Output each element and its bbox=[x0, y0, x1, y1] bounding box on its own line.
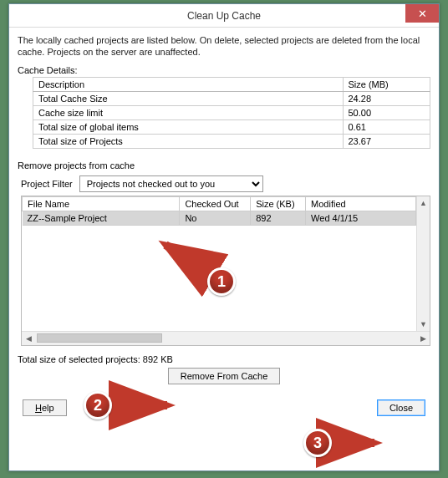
help-button[interactable]: Help bbox=[23, 399, 67, 416]
table-row: Cache size limit 50.00 bbox=[33, 105, 430, 120]
table-row: Total size of Projects 23.67 bbox=[33, 134, 430, 148]
cell-file-name: ZZ--Sample Project bbox=[23, 211, 180, 225]
horizontal-scrollbar[interactable]: ◀ ▶ bbox=[22, 331, 430, 345]
project-filter-label: Project Filter bbox=[21, 179, 73, 189]
remove-section-label: Remove projects from cache bbox=[18, 160, 430, 170]
scroll-right-icon: ▶ bbox=[416, 334, 430, 343]
table-row: Total Cache Size 24.28 bbox=[33, 91, 430, 105]
total-selected-line: Total size of selected projects: 892 KB bbox=[18, 354, 430, 364]
cell-checked-out: No bbox=[180, 211, 251, 225]
intro-text: The locally cached projects are listed b… bbox=[18, 34, 430, 58]
projects-list[interactable]: File Name Checked Out Size (KB) Modified… bbox=[21, 196, 430, 346]
cache-details-table: Description Size (MB) Total Cache Size 2… bbox=[33, 77, 430, 149]
clean-up-cache-dialog: Clean Up Cache ✕ The locally cached proj… bbox=[8, 3, 440, 471]
project-row[interactable]: ZZ--Sample Project No 892 Wed 4/1/15 bbox=[23, 211, 416, 225]
col-modified[interactable]: Modified bbox=[306, 196, 416, 211]
scroll-up-icon: ▲ bbox=[417, 196, 430, 210]
window-title: Clean Up Cache bbox=[187, 10, 261, 22]
table-row: Total size of global items 0.61 bbox=[33, 120, 430, 134]
titlebar: Clean Up Cache ✕ bbox=[9, 4, 439, 28]
col-file-name[interactable]: File Name bbox=[23, 196, 180, 211]
col-checked-out[interactable]: Checked Out bbox=[180, 196, 251, 211]
col-size-kb[interactable]: Size (KB) bbox=[251, 196, 306, 211]
close-icon: ✕ bbox=[418, 8, 427, 20]
cell-modified: Wed 4/1/15 bbox=[306, 211, 416, 225]
remove-from-cache-button[interactable]: Remove From Cache bbox=[168, 368, 281, 384]
vertical-scrollbar[interactable]: ▲ ▼ bbox=[416, 196, 430, 331]
scroll-down-icon: ▼ bbox=[417, 318, 430, 331]
project-filter-select[interactable]: Projects not checked out to you bbox=[79, 175, 263, 192]
col-size-mb: Size (MB) bbox=[343, 77, 430, 91]
cell-size-kb: 892 bbox=[251, 211, 306, 225]
close-button[interactable]: Close bbox=[377, 399, 425, 416]
cache-details-label: Cache Details: bbox=[18, 65, 430, 75]
scroll-left-icon: ◀ bbox=[22, 334, 35, 343]
scroll-thumb[interactable] bbox=[37, 333, 162, 343]
window-close-button[interactable]: ✕ bbox=[405, 4, 439, 23]
col-description: Description bbox=[33, 77, 344, 91]
